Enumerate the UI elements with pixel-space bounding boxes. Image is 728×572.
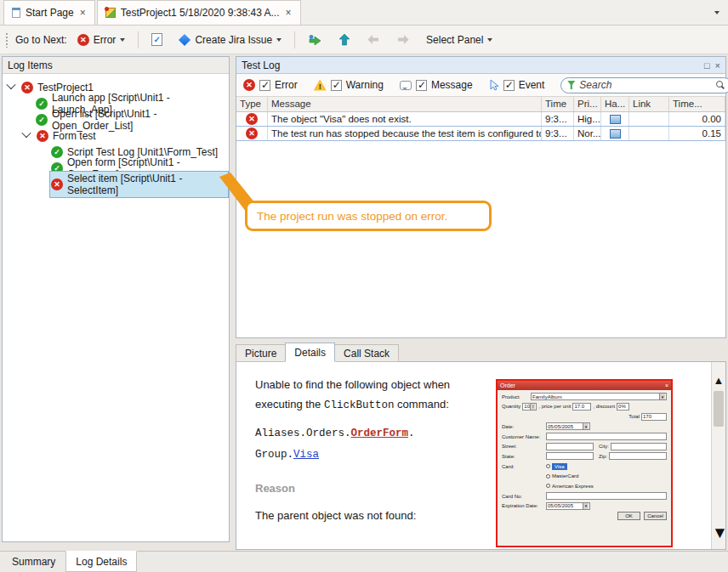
tab-call-stack[interactable]: Call Stack (334, 344, 399, 362)
tab-test-log[interactable]: TestProject1 5/18/2020 9:38:43 A... × (97, 0, 301, 25)
order-form-titlebar: Order × (498, 381, 671, 390)
error-description: Unable to find the following object when… (255, 376, 486, 416)
cancel-button-screenshot: Cancel (644, 512, 667, 520)
card-no-field (546, 492, 667, 500)
up-arrow-icon (338, 33, 350, 46)
duration-cell: 0.15 (669, 127, 725, 140)
customer-name-field (546, 433, 667, 440)
create-jira-issue-button[interactable]: Create Jira Issue (173, 31, 287, 49)
search-input[interactable] (579, 79, 711, 91)
callout: The project run was stopped on error. (245, 201, 492, 231)
filter-event: Event (489, 79, 545, 91)
tab-picture[interactable]: Picture (236, 344, 286, 362)
create-issue-icon (151, 33, 162, 46)
float-panel-icon[interactable]: □ (704, 60, 710, 71)
error-icon (246, 127, 258, 139)
product-dropdown: FamilyAlbum ▾ (531, 393, 667, 400)
chevron-down-icon[interactable] (21, 128, 31, 138)
search-icon[interactable] (715, 80, 725, 90)
toolbar-separator (294, 31, 295, 48)
column-header[interactable]: Pri... (574, 97, 601, 111)
column-header[interactable]: Link (629, 97, 669, 111)
discount-field: 0% (617, 403, 629, 411)
column-header[interactable]: Time... (669, 97, 725, 111)
chevron-down-icon (120, 38, 125, 42)
success-icon (36, 114, 48, 126)
details-text: Unable to find the following object when… (255, 376, 486, 526)
log-toolbar: Go to Next: Error Create Jira Issue (0, 25, 728, 54)
tree-item-open-list[interactable]: Open list [Script\Unit1 - Open_Order_Lis… (3, 111, 229, 127)
mastercard-radio (546, 474, 550, 479)
order-form-screenshot: Order × Product FamilyAlbum ▾ Quantity 1… (496, 379, 673, 547)
details-panel: Unable to find the following object when… (236, 361, 726, 550)
picture-icon (610, 115, 621, 124)
close-panel-icon[interactable]: × (715, 60, 720, 71)
quantity-field: 10↕ (522, 403, 537, 411)
go-to-next-error-button[interactable]: Error (71, 31, 132, 49)
filter-warning: Warning (314, 79, 384, 91)
bottom-tab-bar: Summary Log Details (0, 551, 728, 572)
tab-label: Start Page (26, 7, 74, 19)
testcomplete-window: Start Page × TestProject1 5/18/2020 9:38… (0, 0, 728, 572)
close-icon: × (665, 382, 668, 388)
state-field (546, 452, 594, 460)
log-message-grid: Type Message Time Pri... Ha... Link Time… (236, 97, 725, 141)
jump-to-source-button[interactable] (302, 31, 328, 49)
jump-to-source-icon (308, 34, 322, 46)
visa-option: Visa (552, 463, 567, 470)
tree-item-select-item[interactable]: Select item [Script\Unit1 - SelectItem] (3, 176, 229, 192)
chevron-down-icon[interactable] (6, 80, 15, 89)
filter-message: Message (400, 79, 473, 91)
total-field: 170 (641, 413, 667, 421)
go-to-next-label: Go to Next: (15, 34, 67, 46)
scroll-down-icon[interactable]: ▼ (712, 524, 725, 542)
create-issue-button[interactable] (145, 30, 168, 49)
column-header[interactable]: Message (268, 97, 542, 111)
column-header[interactable]: Ha... (601, 97, 629, 111)
back-button[interactable] (361, 31, 386, 48)
filter-error: Error (243, 79, 298, 91)
tab-summary[interactable]: Summary (2, 552, 65, 572)
details-tab-bar: Picture Details Call Stack (236, 343, 398, 362)
message-icon (400, 81, 412, 90)
toolbar-grip[interactable] (5, 32, 9, 48)
picture-icon (610, 129, 621, 139)
close-icon[interactable]: × (285, 8, 293, 18)
forward-arrow-icon (396, 34, 410, 45)
error-icon (243, 79, 255, 91)
message-checkbox[interactable] (416, 80, 427, 91)
tab-details[interactable]: Details (285, 343, 335, 362)
city-field (611, 443, 667, 450)
panel-title: Test Log (242, 59, 280, 71)
date-field: 05/05/2005▾ (546, 422, 590, 430)
go-up-button[interactable] (333, 30, 356, 49)
column-header[interactable]: Time (542, 97, 574, 111)
scrollbar-thumb[interactable] (714, 391, 724, 427)
tab-log-details[interactable]: Log Details (65, 551, 137, 572)
event-checkbox[interactable] (503, 80, 515, 91)
log-items-tree: TestProject1 Launch app [Script\Unit1 - … (3, 74, 229, 541)
log-row-stopped-error[interactable]: The test run has stopped because the tes… (236, 127, 725, 141)
back-arrow-icon (367, 34, 380, 45)
close-icon[interactable]: × (79, 8, 87, 18)
amex-radio (546, 484, 550, 488)
select-panel-button[interactable]: Select Panel (420, 31, 498, 49)
chevron-down-icon (276, 38, 282, 42)
error-checkbox[interactable] (259, 80, 270, 91)
column-header[interactable]: Type (236, 97, 268, 111)
details-scrollbar[interactable]: ▲ ▼ (711, 362, 725, 549)
tab-start-page[interactable]: Start Page × (3, 0, 95, 25)
orderform-link[interactable]: OrderForm (351, 428, 409, 439)
forward-button[interactable] (390, 31, 416, 48)
tab-list-chevron-down-icon[interactable] (714, 11, 719, 14)
visa-link[interactable]: Visa (293, 449, 319, 461)
log-row-visa-error[interactable]: The object "Visa" does not exist. 9:3...… (236, 112, 725, 127)
event-cursor-icon (489, 79, 499, 91)
reason-heading: Reason (255, 479, 486, 499)
street-field (546, 443, 594, 450)
scroll-up-icon[interactable]: ▲ (712, 374, 725, 387)
error-icon (246, 113, 258, 125)
warning-checkbox[interactable] (331, 80, 342, 91)
warning-icon (314, 80, 327, 91)
inline-code: ClickButton (324, 399, 395, 411)
